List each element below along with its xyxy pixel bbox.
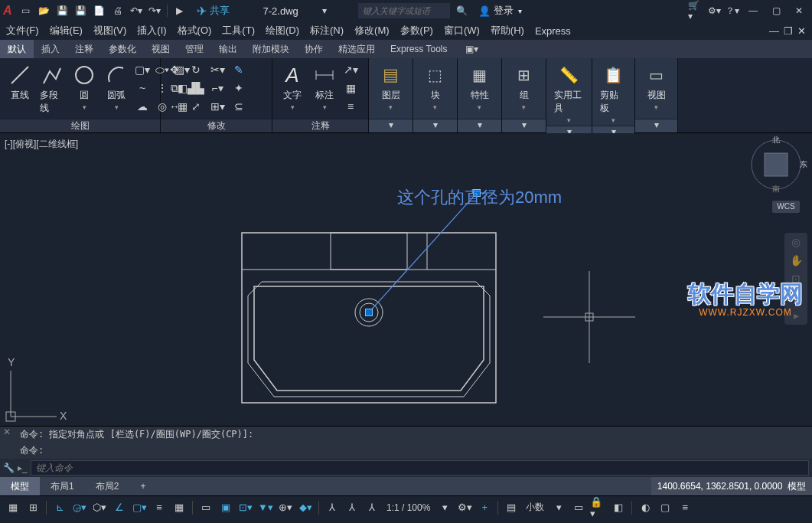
circle-button[interactable]: 圆▾ (69, 61, 99, 113)
tab-view[interactable]: 视图 (144, 40, 178, 58)
explode-icon[interactable]: ✦ (230, 80, 248, 96)
tab-express[interactable]: Express Tools (383, 40, 455, 58)
revcloud-icon[interactable]: ☁ (133, 98, 152, 115)
cmd-customize-icon[interactable]: 🔧 (3, 463, 15, 473)
move-icon[interactable]: ✥ (165, 61, 184, 78)
copy-icon[interactable]: ⧉ (165, 80, 184, 96)
properties-button[interactable]: ▦特性▾ (465, 61, 495, 113)
tab-output[interactable]: 输出 (211, 40, 245, 58)
add-layout-tab[interactable]: + (129, 477, 156, 495)
mirror-icon[interactable]: ▟▙ (187, 80, 205, 96)
snap-icon[interactable]: ⊞ (24, 499, 41, 516)
tab-parametric[interactable]: 参数化 (101, 40, 144, 58)
search-icon[interactable]: 🔍 (456, 5, 468, 16)
tab-annotate[interactable]: 注释 (67, 40, 101, 58)
polyline-button[interactable]: 多段线 (37, 61, 67, 116)
workspace-gear-icon[interactable]: ⚙▾ (456, 499, 473, 516)
isolate-icon[interactable]: ◧ (610, 499, 627, 516)
open-icon[interactable]: 📂 (37, 3, 52, 18)
osnap-track-icon[interactable]: ∠ (111, 499, 128, 516)
panel-modify-label[interactable]: 修改 (161, 119, 272, 132)
plot-icon[interactable]: 🖨 (110, 3, 126, 18)
group-button[interactable]: ⊞组▾ (509, 61, 540, 113)
offset-icon[interactable]: ⊆ (230, 98, 248, 115)
annoscale-icon[interactable]: ⅄ (324, 499, 341, 516)
scale-icon[interactable]: ⤢ (187, 98, 205, 115)
search-input[interactable] (358, 3, 450, 18)
rect-icon[interactable]: ▢▾ (133, 61, 152, 78)
leader-icon[interactable]: ↗▾ (341, 61, 360, 78)
selection-filter-icon[interactable]: ▼▾ (257, 499, 274, 516)
fillet-icon[interactable]: ⌐▾ (208, 80, 227, 96)
save-icon[interactable]: 💾 (55, 3, 70, 18)
gizmo-icon[interactable]: ⊕▾ (277, 499, 294, 516)
block-button[interactable]: ⬚块▾ (420, 61, 451, 113)
menu-dimension[interactable]: 标注(N) (310, 24, 344, 38)
tab-collaborate[interactable]: 协作 (297, 40, 331, 58)
layer-button[interactable]: ▤图层▾ (376, 61, 406, 113)
maximize-button[interactable]: ▢ (766, 3, 786, 18)
redo-icon[interactable]: ↷▾ (147, 3, 162, 18)
wcs-label[interactable]: WCS (772, 201, 800, 213)
title-dropdown-icon[interactable]: ▾ (317, 3, 332, 18)
lineweight-icon[interactable]: ≡ (151, 499, 168, 516)
utilities-button[interactable]: 📏实用工具▾ (551, 61, 587, 126)
annotation-monitor-icon[interactable]: + (476, 499, 493, 516)
menu-window[interactable]: 窗口(W) (444, 24, 480, 38)
hardware-accel-icon[interactable]: ◐ (637, 499, 654, 516)
menu-help[interactable]: 帮助(H) (491, 24, 524, 38)
erase-icon[interactable]: ✎ (230, 61, 248, 78)
view-cube[interactable]: 北 东 南 (748, 138, 804, 191)
tab-default[interactable]: 默认 (0, 40, 34, 58)
tab-insert[interactable]: 插入 (34, 40, 67, 58)
zoom-extents-icon[interactable]: ⊡ (791, 273, 801, 285)
zoom-dropdown-icon[interactable]: ▾ (436, 499, 453, 516)
table-icon[interactable]: ▦ (341, 80, 360, 96)
menu-insert[interactable]: 插入(I) (137, 24, 166, 38)
steering-wheel-icon[interactable]: ◎ (791, 236, 801, 248)
grip-center[interactable] (365, 309, 373, 316)
cmd-close-icon[interactable]: ✕ (0, 427, 14, 459)
osnap-icon[interactable]: ▢▾ (131, 499, 148, 516)
close-button[interactable]: ✕ (789, 3, 809, 18)
web-icon[interactable]: 📄 (92, 3, 107, 18)
menu-edit[interactable]: 编辑(E) (50, 24, 83, 38)
mdi-close-icon[interactable]: ✕ (797, 25, 806, 37)
menu-format[interactable]: 格式(O) (178, 24, 212, 38)
isodraft-icon[interactable]: ⬡▾ (91, 499, 108, 516)
play-icon[interactable]: ▶ (172, 3, 188, 18)
share-button[interactable]: ✈共享 (197, 4, 230, 18)
layout1-tab[interactable]: 布局1 (40, 477, 85, 495)
selection-cycling-icon[interactable]: ▭ (197, 499, 214, 516)
menu-express[interactable]: Express (535, 25, 571, 37)
mdi-minimize-icon[interactable]: — (769, 25, 779, 37)
quick-properties-icon[interactable]: ▭ (570, 499, 587, 516)
tab-collapse[interactable]: ▣▾ (458, 40, 486, 58)
lock-ui-icon[interactable]: 🔒▾ (590, 499, 607, 516)
cart-icon[interactable]: 🛒▾ (688, 3, 703, 18)
annoscale-lock-icon[interactable]: ⅄ (344, 499, 360, 516)
rotate-icon[interactable]: ↻ (187, 61, 205, 78)
minimize-button[interactable]: — (743, 3, 763, 18)
dimension-button[interactable]: 标注▾ (309, 61, 340, 113)
menu-tools[interactable]: 工具(T) (222, 24, 255, 38)
app-switcher-icon[interactable]: ⚙▾ (706, 3, 722, 18)
menu-parametric[interactable]: 参数(P) (400, 24, 433, 38)
undo-icon[interactable]: ↶▾ (129, 3, 144, 18)
line-button[interactable]: 直线 (5, 61, 35, 103)
layout2-tab[interactable]: 布局2 (85, 477, 130, 495)
saveas-icon[interactable]: 💾 (73, 3, 89, 18)
units-icon[interactable]: ▤ (503, 499, 520, 516)
arc-button[interactable]: 圆弧▾ (101, 61, 132, 113)
showmotion-icon[interactable]: ▸ (794, 309, 799, 322)
tab-addins[interactable]: 附加模块 (245, 40, 297, 58)
stretch-icon[interactable]: ↔ (165, 98, 184, 115)
command-input[interactable] (31, 460, 809, 476)
3dosnap-icon[interactable]: ▣ (217, 499, 234, 516)
mtext-icon[interactable]: ≡ (341, 98, 360, 115)
new-icon[interactable]: ▭ (18, 3, 34, 18)
menu-modify[interactable]: 修改(M) (354, 24, 390, 38)
pan-icon[interactable]: ✋ (790, 254, 803, 266)
tab-manage[interactable]: 管理 (178, 40, 211, 58)
panel-annot-label[interactable]: 注释 (272, 119, 368, 132)
